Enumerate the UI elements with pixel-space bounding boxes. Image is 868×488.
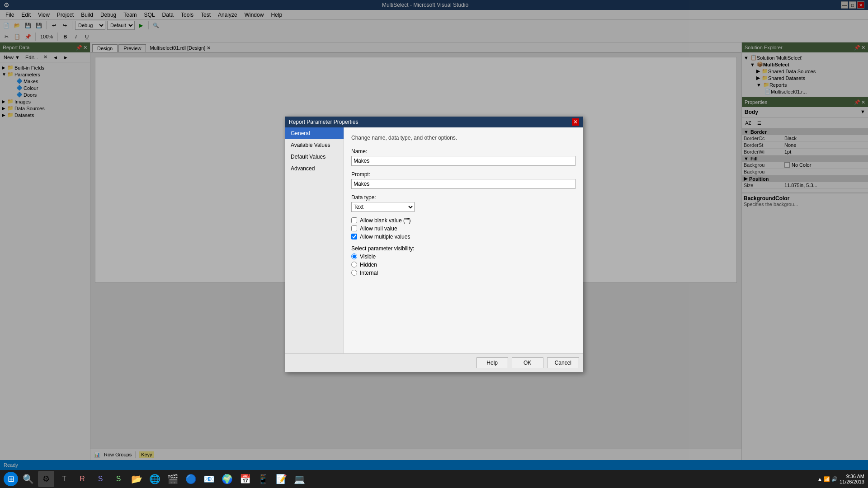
- data-type-label: Data type:: [351, 194, 576, 201]
- allow-blank-checkbox[interactable]: [351, 217, 357, 223]
- taskbar-s-item[interactable]: S: [92, 471, 108, 487]
- taskbar-vs-item[interactable]: ⚙: [38, 471, 54, 487]
- internal-radio-row: Internal: [351, 270, 576, 276]
- taskbar-report-item[interactable]: R: [74, 471, 90, 487]
- taskbar-outlook-item[interactable]: 📅: [237, 471, 253, 487]
- allow-multiple-label: Allow multiple values: [360, 234, 410, 240]
- report-parameter-properties-modal: Report Parameter Properties ✕ General Av…: [285, 116, 583, 372]
- visibility-label: Select parameter visibility:: [351, 245, 576, 252]
- prompt-input[interactable]: [351, 179, 576, 189]
- checkboxes-group: Allow blank value ("") Allow null value …: [351, 217, 576, 240]
- data-type-select[interactable]: Text Integer Float Boolean DateTime: [351, 202, 415, 212]
- taskbar-search[interactable]: 🔍: [20, 471, 36, 487]
- taskbar-email-item[interactable]: 📧: [201, 471, 217, 487]
- allow-multiple-checkbox[interactable]: [351, 234, 357, 239]
- prompt-field-group: Prompt:: [351, 171, 576, 189]
- taskbar-text-item[interactable]: T: [56, 471, 72, 487]
- allow-blank-checkbox-row: Allow blank value (""): [351, 217, 576, 224]
- modal-title: Report Parameter Properties: [289, 119, 358, 125]
- modal-description: Change name, data type, and other option…: [351, 135, 576, 141]
- tray-icons: ▲ 📶 🔊: [817, 476, 838, 482]
- taskbar-tray: ▲ 📶 🔊 9:36 AM 11/26/2013: [817, 474, 864, 484]
- clock-date: 11/26/2013: [840, 479, 864, 484]
- ok-button[interactable]: OK: [512, 357, 543, 368]
- taskbar-media-item[interactable]: 🎬: [165, 471, 181, 487]
- clock-time: 9:36 AM: [840, 474, 864, 479]
- clock-area: 9:36 AM 11/26/2013: [840, 474, 864, 484]
- taskbar-folder-item[interactable]: 📂: [128, 471, 145, 487]
- nav-advanced[interactable]: Advanced: [285, 163, 344, 174]
- visible-radio[interactable]: [351, 253, 357, 259]
- visible-radio-row: Visible: [351, 253, 576, 260]
- internal-label: Internal: [360, 270, 378, 276]
- prompt-label: Prompt:: [351, 171, 576, 178]
- internal-radio[interactable]: [351, 270, 357, 276]
- hidden-label: Hidden: [360, 262, 377, 268]
- modal-footer: Help OK Cancel: [285, 353, 583, 372]
- taskbar-app-item[interactable]: 📱: [255, 471, 271, 487]
- visibility-group: Select parameter visibility: Visible Hid…: [351, 245, 576, 276]
- taskbar: ⊞ 🔍 ⚙ T R S S 📂 🌐 🎬 🔵 📧 🌍 📅 📱 📝 💻 ▲ 📶 🔊 …: [0, 470, 868, 488]
- modal-content-area: Change name, data type, and other option…: [344, 127, 583, 353]
- taskbar-word-item[interactable]: 📝: [273, 471, 289, 487]
- taskbar-ie-item[interactable]: 🌐: [146, 471, 163, 487]
- cancel-button[interactable]: Cancel: [547, 357, 579, 368]
- name-input[interactable]: [351, 156, 576, 166]
- taskbar-globe-item[interactable]: 🌍: [219, 471, 235, 487]
- modal-overlay: Report Parameter Properties ✕ General Av…: [0, 0, 868, 488]
- taskbar-chrome-item[interactable]: 🔵: [183, 471, 199, 487]
- allow-null-checkbox-row: Allow null value: [351, 225, 576, 232]
- hidden-radio[interactable]: [351, 262, 357, 267]
- start-button[interactable]: ⊞: [4, 472, 18, 486]
- name-field-group: Name:: [351, 148, 576, 166]
- allow-multiple-checkbox-row: Allow multiple values: [351, 234, 576, 240]
- allow-null-label: Allow null value: [360, 225, 397, 232]
- modal-body: General Available Values Default Values …: [285, 127, 583, 353]
- allow-null-checkbox[interactable]: [351, 225, 357, 231]
- modal-close-button[interactable]: ✕: [572, 118, 579, 126]
- help-button[interactable]: Help: [476, 357, 508, 368]
- modal-nav: General Available Values Default Values …: [285, 127, 344, 353]
- nav-general[interactable]: General: [285, 127, 344, 139]
- taskbar-dev-item[interactable]: 💻: [291, 471, 307, 487]
- modal-titlebar: Report Parameter Properties ✕: [285, 117, 583, 127]
- hidden-radio-row: Hidden: [351, 262, 576, 268]
- allow-blank-label: Allow blank value (""): [360, 217, 411, 224]
- nav-available-values[interactable]: Available Values: [285, 139, 344, 151]
- name-label: Name:: [351, 148, 576, 155]
- nav-default-values[interactable]: Default Values: [285, 151, 344, 163]
- visible-label: Visible: [360, 253, 376, 260]
- taskbar-s2-item[interactable]: S: [110, 471, 127, 487]
- data-type-field-group: Data type: Text Integer Float Boolean Da…: [351, 194, 576, 212]
